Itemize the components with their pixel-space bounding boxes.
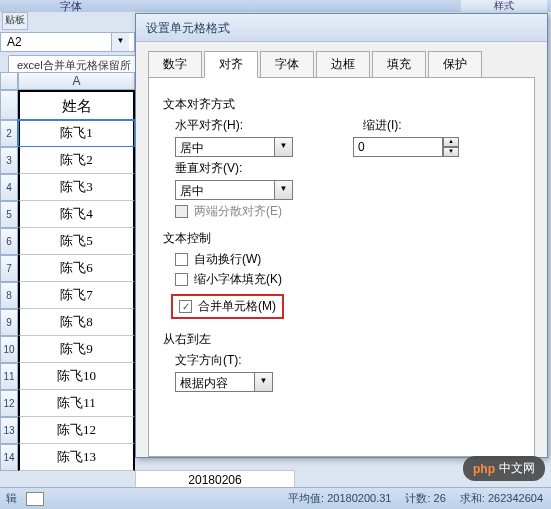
h-align-label: 水平对齐(H):: [175, 117, 243, 134]
data-cell[interactable]: 陈飞1: [18, 120, 135, 147]
status-count: 计数: 26: [405, 491, 445, 506]
indent-value[interactable]: 0: [353, 137, 443, 157]
ribbon-styles-label: 样式: [461, 0, 547, 13]
status-mode: 辑: [0, 491, 22, 506]
ribbon-font-label: 字体: [60, 0, 82, 14]
shrink-checkbox[interactable]: [175, 273, 188, 286]
dialog-tab-4[interactable]: 填充: [372, 51, 426, 78]
data-cell[interactable]: 陈飞9: [18, 336, 135, 363]
dialog-tab-5[interactable]: 保护: [428, 51, 482, 78]
row-header[interactable]: 5: [0, 201, 18, 228]
indent-spinner[interactable]: 0 ▲ ▼: [353, 137, 459, 157]
data-cell[interactable]: 陈飞5: [18, 228, 135, 255]
text-direction-combo[interactable]: 根据内容 ▼: [175, 372, 273, 392]
data-cell[interactable]: 陈飞6: [18, 255, 135, 282]
row-header[interactable]: 4: [0, 174, 18, 201]
merge-highlight: ✓ 合并单元格(M): [171, 294, 284, 319]
data-cell[interactable]: 陈飞13: [18, 444, 135, 471]
v-align-label: 垂直对齐(V):: [175, 160, 242, 177]
wrap-checkbox[interactable]: [175, 253, 188, 266]
chevron-down-icon[interactable]: ▼: [275, 137, 293, 157]
header-cell[interactable]: 姓名: [18, 90, 135, 120]
name-box-dropdown[interactable]: ▼: [111, 33, 129, 51]
name-box-value[interactable]: A2: [1, 33, 111, 51]
merge-label: 合并单元格(M): [198, 298, 276, 315]
row-header[interactable]: 2: [0, 120, 18, 147]
row-header[interactable]: 7: [0, 255, 18, 282]
data-cell[interactable]: 陈飞2: [18, 147, 135, 174]
row-header[interactable]: [0, 90, 18, 120]
row-header[interactable]: 3: [0, 147, 18, 174]
row-header[interactable]: 8: [0, 282, 18, 309]
status-sum: 求和: 262342604: [460, 491, 543, 506]
spinner-down-icon[interactable]: ▼: [443, 147, 459, 157]
dialog-tab-1[interactable]: 对齐: [204, 51, 258, 78]
chevron-down-icon[interactable]: ▼: [255, 372, 273, 392]
watermark: php 中文网: [463, 456, 545, 481]
wrap-label: 自动换行(W): [194, 251, 261, 268]
row-header[interactable]: 11: [0, 363, 18, 390]
merge-checkbox[interactable]: ✓: [179, 300, 192, 313]
spinner-up-icon[interactable]: ▲: [443, 137, 459, 147]
text-direction-label: 文字方向(T):: [175, 352, 242, 369]
status-bar: 辑 平均值: 20180200.31 计数: 26 求和: 262342604: [0, 487, 551, 509]
select-all-corner[interactable]: [0, 72, 18, 90]
watermark-logo: php: [473, 462, 495, 476]
chevron-down-icon[interactable]: ▼: [275, 180, 293, 200]
h-align-value: 居中: [175, 137, 275, 157]
row-header[interactable]: 9: [0, 309, 18, 336]
h-align-combo[interactable]: 居中 ▼: [175, 137, 293, 157]
dialog-tab-3[interactable]: 边框: [316, 51, 370, 78]
row-header[interactable]: 12: [0, 390, 18, 417]
column-header-a[interactable]: A: [18, 72, 135, 90]
text-align-section: 文本对齐方式: [163, 96, 520, 113]
dialog-title: 设置单元格格式: [136, 14, 547, 42]
row-header[interactable]: 13: [0, 417, 18, 444]
text-control-section: 文本控制: [163, 230, 520, 247]
shrink-label: 缩小字体填充(K): [194, 271, 282, 288]
data-cell[interactable]: 陈飞3: [18, 174, 135, 201]
row-header[interactable]: 14: [0, 444, 18, 471]
justify-label: 两端分散对齐(E): [194, 203, 282, 220]
justify-checkbox: [175, 205, 188, 218]
data-cell[interactable]: 陈飞8: [18, 309, 135, 336]
text-direction-value: 根据内容: [175, 372, 255, 392]
data-cell[interactable]: 陈飞11: [18, 390, 135, 417]
row-header[interactable]: 6: [0, 228, 18, 255]
v-align-combo[interactable]: 居中 ▼: [175, 180, 293, 200]
indent-label: 缩进(I):: [363, 117, 402, 134]
macro-icon[interactable]: [26, 492, 44, 506]
dialog-tab-2[interactable]: 字体: [260, 51, 314, 78]
watermark-text: 中文网: [499, 460, 535, 477]
v-align-value: 居中: [175, 180, 275, 200]
format-cells-dialog: 设置单元格格式 数字对齐字体边框填充保护 文本对齐方式 水平对齐(H): 缩进(…: [135, 13, 548, 458]
ribbon-clipboard-label: 贴板: [2, 12, 28, 30]
dialog-tabs: 数字对齐字体边框填充保护: [136, 42, 547, 77]
name-box[interactable]: A2 ▼: [0, 32, 135, 52]
alignment-panel: 文本对齐方式 水平对齐(H): 缩进(I): 居中 ▼ 0 ▲ ▼ 垂直对齐(V…: [148, 77, 535, 457]
data-cell[interactable]: 陈飞10: [18, 363, 135, 390]
row-header[interactable]: 10: [0, 336, 18, 363]
data-cell[interactable]: 陈飞7: [18, 282, 135, 309]
data-cell[interactable]: 陈飞12: [18, 417, 135, 444]
status-avg: 平均值: 20180200.31: [288, 491, 391, 506]
rtl-section: 从右到左: [163, 331, 520, 348]
dialog-tab-0[interactable]: 数字: [148, 51, 202, 78]
data-cell[interactable]: 陈飞4: [18, 201, 135, 228]
